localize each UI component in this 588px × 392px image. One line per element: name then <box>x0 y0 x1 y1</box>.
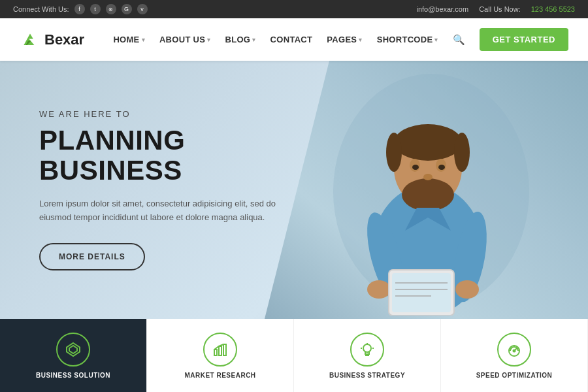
svg-marker-26 <box>69 346 77 353</box>
home-arrow-icon: ▾ <box>142 37 145 43</box>
hero-person-illustration <box>327 67 536 316</box>
chart-icon <box>212 342 228 357</box>
card-label-business-solution: BUSINESS SOLUTION <box>36 372 110 379</box>
navbar: Bexar HOME ▾ ABOUT US ▾ BLOG ▾ CONTACT P… <box>0 18 588 61</box>
shortcode-arrow-icon: ▾ <box>434 37 438 43</box>
phone-number: 123 456 5523 <box>531 5 575 13</box>
business-solution-icon-circle <box>56 333 90 367</box>
nav-contact[interactable]: CONTACT <box>270 35 313 44</box>
nav-shortcode[interactable]: SHORTCODE ▾ <box>377 35 438 44</box>
email-address: info@bexar.com <box>416 5 468 13</box>
logo-text: Bexar <box>44 31 84 48</box>
top-bar-left: Connect With Us: f t ⊛ G v <box>13 4 148 14</box>
svg-rect-21 <box>392 273 451 312</box>
card-label-business-strategy: BUSINESS STRATEGY <box>329 372 405 379</box>
rss-icon[interactable]: ⊛ <box>106 4 116 14</box>
svg-point-7 <box>386 133 402 172</box>
nav-about[interactable]: ABOUT US ▾ <box>159 35 211 44</box>
card-label-speed-optimization: SPEED OPTIMIZATION <box>476 372 553 379</box>
diamond-icon <box>65 342 81 357</box>
logo-icon <box>20 29 41 50</box>
svg-point-19 <box>455 280 479 299</box>
card-market-research[interactable]: MARKET RESEARCH <box>147 319 294 392</box>
hero-section: WE ARE HERE TO PLANNING BUSINESS Lorem i… <box>0 61 588 319</box>
svg-rect-27 <box>214 350 217 355</box>
vimeo-icon[interactable]: v <box>137 4 148 14</box>
svg-line-38 <box>511 348 512 350</box>
svg-point-6 <box>394 124 462 161</box>
hero-content: WE ARE HERE TO PLANNING BUSINESS Lorem i… <box>0 109 314 270</box>
business-strategy-icon-circle <box>350 333 384 367</box>
card-business-solution[interactable]: BUSINESS SOLUTION <box>0 319 147 392</box>
card-label-market-research: MARKET RESEARCH <box>184 372 255 379</box>
facebook-icon[interactable]: f <box>74 4 85 14</box>
svg-point-9 <box>402 178 454 211</box>
search-icon[interactable]: 🔍 <box>453 34 465 46</box>
svg-point-12 <box>412 165 419 170</box>
nav-blog[interactable]: BLOG ▾ <box>225 35 256 44</box>
more-details-button[interactable]: MORE DETAILS <box>39 243 145 270</box>
card-speed-optimization[interactable]: SPEED OPTIMIZATION <box>441 319 588 392</box>
top-bar: Connect With Us: f t ⊛ G v info@bexar.co… <box>0 0 588 18</box>
svg-point-37 <box>514 350 515 351</box>
svg-rect-29 <box>223 344 226 355</box>
svg-point-8 <box>454 133 470 172</box>
google-icon[interactable]: G <box>122 4 132 14</box>
social-icons: f t ⊛ G v <box>74 4 148 14</box>
hero-title: PLANNING BUSINESS <box>39 125 314 186</box>
pages-arrow-icon: ▾ <box>359 37 362 43</box>
about-arrow-icon: ▾ <box>207 37 210 43</box>
svg-marker-0 <box>24 33 34 45</box>
bulb-icon <box>359 342 375 357</box>
nav-pages[interactable]: PAGES ▾ <box>327 35 362 44</box>
connect-label: Connect With Us: <box>13 5 69 13</box>
nav-menu: HOME ▾ ABOUT US ▾ BLOG ▾ CONTACT PAGES ▾… <box>113 28 568 51</box>
twitter-icon[interactable]: t <box>90 4 101 14</box>
hero-description: Lorem ipsum dolor sit amet, consectetur … <box>39 197 287 225</box>
svg-point-13 <box>438 165 445 170</box>
blog-arrow-icon: ▾ <box>252 37 255 43</box>
logo[interactable]: Bexar <box>20 29 84 50</box>
top-bar-right: info@bexar.com Call Us Now: 123 456 5523 <box>416 5 575 13</box>
nav-home[interactable]: HOME ▾ <box>113 35 145 44</box>
get-started-button[interactable]: GET STARTED <box>480 28 568 51</box>
market-research-icon-circle <box>203 333 237 367</box>
svg-point-18 <box>367 280 391 299</box>
hero-subtitle: WE ARE HERE TO <box>39 109 314 119</box>
speed-optimization-icon-circle <box>497 333 531 367</box>
card-business-strategy[interactable]: BUSINESS STRATEGY <box>294 319 441 392</box>
svg-rect-28 <box>219 346 221 355</box>
svg-line-39 <box>517 348 518 350</box>
gauge-icon <box>506 342 522 357</box>
svg-point-30 <box>363 344 371 352</box>
cards-section: BUSINESS SOLUTION MARKET RESEARCH BU <box>0 319 588 392</box>
call-label: Call Us Now: <box>479 5 521 13</box>
svg-point-14 <box>423 174 433 180</box>
